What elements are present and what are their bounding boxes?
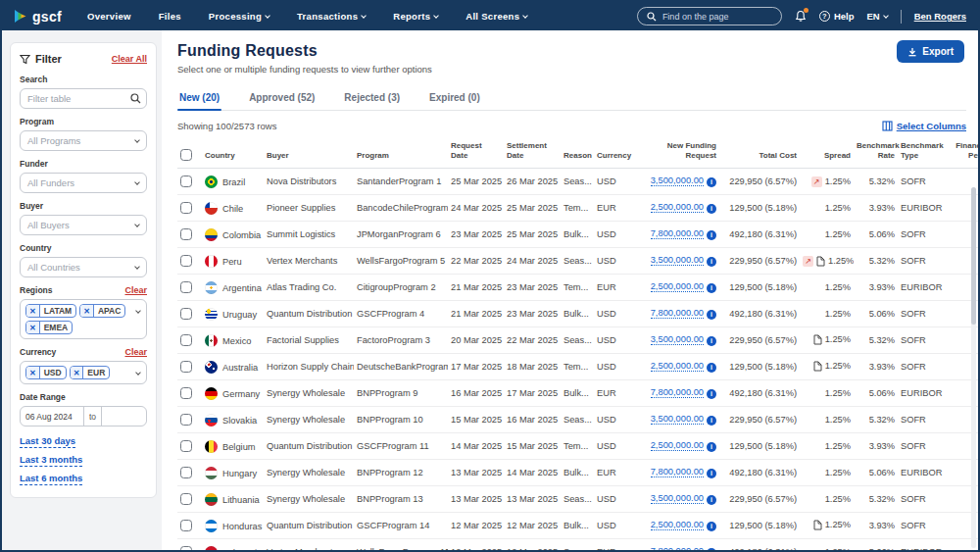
filter-select-program[interactable]: All Programs	[20, 130, 147, 151]
chip-remove-button[interactable]: ✕	[26, 367, 40, 378]
new-funding-request-link[interactable]: 2,500,000.00	[651, 202, 704, 213]
table-row[interactable]: Indonesia Vertex Merchants WellsFargoPro…	[177, 539, 978, 551]
info-icon[interactable]: i	[707, 469, 716, 478]
info-icon[interactable]: i	[707, 257, 716, 267]
table-row[interactable]: Mexico Factorial Supplies FactoroProgram…	[177, 327, 978, 354]
row-checkbox[interactable]	[180, 255, 192, 267]
export-button[interactable]: Export	[897, 40, 964, 63]
select-all-checkbox[interactable]	[180, 149, 192, 161]
new-funding-request-link[interactable]: 2,500,000.00	[651, 520, 704, 530]
quick-date-link[interactable]: Last 30 days	[20, 435, 75, 448]
nav-item-transactions[interactable]: Transactions	[297, 11, 366, 22]
chip-remove-button[interactable]: ✕	[80, 305, 94, 317]
tab-expired[interactable]: Expired (0)	[427, 88, 482, 110]
info-icon[interactable]: i	[707, 548, 716, 550]
new-funding-request-link[interactable]: 7,800,000.00	[651, 467, 704, 477]
table-row[interactable]: Uruguay Quantum Distribution GSCFProgram…	[177, 301, 978, 327]
date-from-input[interactable]	[21, 412, 83, 422]
new-funding-request-link[interactable]: 7,800,000.00	[651, 546, 704, 550]
new-funding-request-link[interactable]: 7,800,000.00	[651, 387, 704, 398]
table-row[interactable]: Brazil Nova Distributors SantanderProgra…	[177, 169, 978, 195]
row-checkbox[interactable]	[180, 546, 192, 550]
scrollbar[interactable]	[971, 187, 976, 548]
info-icon[interactable]: i	[707, 310, 716, 320]
new-funding-request-link[interactable]: 3,500,000.00	[651, 255, 704, 266]
table-row[interactable]: Lithuania Synergy Wholesale BNPProgram 1…	[177, 486, 978, 513]
regions-clear-link[interactable]: Clear	[124, 285, 147, 295]
filter-select-funder[interactable]: All Funders	[20, 173, 147, 193]
new-funding-request-link[interactable]: 3,500,000.00	[651, 334, 704, 345]
row-checkbox[interactable]	[180, 361, 192, 373]
row-checkbox[interactable]	[180, 520, 192, 531]
row-checkbox[interactable]	[180, 308, 192, 320]
table-row[interactable]: Germany Synergy Wholesale BNPProgram 9 1…	[177, 380, 978, 407]
new-funding-request-link[interactable]: 7,800,000.00	[651, 308, 704, 319]
page-search-input[interactable]: Find on the page	[637, 7, 782, 25]
nav-item-all-screens[interactable]: All Screens	[466, 11, 527, 22]
language-selector[interactable]: EN	[866, 11, 887, 22]
new-funding-request-link[interactable]: 3,500,000.00	[651, 493, 704, 504]
filter-search-input[interactable]	[20, 88, 147, 109]
info-icon[interactable]: i	[707, 522, 716, 531]
date-to-input[interactable]	[102, 412, 146, 422]
tab-rejected[interactable]: Rejected (3)	[342, 88, 402, 110]
info-icon[interactable]: i	[707, 389, 716, 399]
tab-new[interactable]: New (20)	[177, 88, 221, 110]
table-row[interactable]: Honduras Quantum Distribution GSCFProgra…	[177, 513, 978, 539]
table-row[interactable]: Slovakia Synergy Wholesale BNPProgram 10…	[177, 407, 978, 433]
tab-approved[interactable]: Approved (52)	[247, 88, 317, 110]
nav-item-overview[interactable]: Overview	[87, 11, 131, 22]
info-icon[interactable]: i	[707, 442, 716, 452]
info-icon[interactable]: i	[707, 336, 716, 346]
new-funding-request-link[interactable]: 2,500,000.00	[651, 440, 704, 451]
nav-item-processing[interactable]: Processing	[209, 11, 270, 22]
new-funding-request-link[interactable]: 3,500,000.00	[651, 176, 704, 186]
table-row[interactable]: Australia Horizon Supply Chain DeutscheB…	[177, 354, 978, 380]
info-icon[interactable]: i	[707, 283, 716, 293]
row-checkbox[interactable]	[180, 414, 192, 426]
gscf-logo[interactable]: gscf	[14, 9, 62, 25]
new-funding-request-link[interactable]: 3,500,000.00	[651, 414, 704, 425]
select-columns-button[interactable]: Select Columns	[882, 121, 966, 131]
currency-multiselect[interactable]: ✕ USD ✕ EUR	[20, 361, 147, 384]
row-checkbox[interactable]	[180, 228, 192, 240]
quick-date-link[interactable]: Last 3 months	[20, 454, 82, 467]
table-row[interactable]: Belgium Quantum Distribution GSCFProgram…	[177, 433, 978, 460]
info-icon[interactable]: i	[707, 204, 716, 214]
nav-item-reports[interactable]: Reports	[393, 11, 438, 22]
notifications-button[interactable]	[795, 10, 807, 23]
new-funding-request-link[interactable]: 2,500,000.00	[651, 281, 704, 292]
info-icon[interactable]: i	[707, 416, 716, 426]
new-funding-request-link[interactable]: 7,800,000.00	[651, 228, 704, 239]
row-checkbox[interactable]	[180, 440, 192, 452]
chip-remove-button[interactable]: ✕	[71, 367, 84, 378]
nav-item-files[interactable]: Files	[159, 11, 181, 22]
help-button[interactable]: ? Help	[819, 11, 855, 22]
row-checkbox[interactable]	[180, 281, 192, 293]
info-icon[interactable]: i	[707, 177, 716, 187]
row-checkbox[interactable]	[180, 493, 192, 505]
info-icon[interactable]: i	[707, 363, 716, 373]
chip-remove-button[interactable]: ✕	[26, 305, 40, 317]
scrollbar-thumb[interactable]	[971, 187, 976, 325]
chip-remove-button[interactable]: ✕	[26, 322, 40, 333]
table-row[interactable]: Chile Pioneer Supplies BancodeChileProgr…	[177, 195, 978, 222]
filter-select-country[interactable]: All Countries	[20, 257, 147, 277]
user-menu[interactable]: Ben Rogers	[914, 11, 966, 22]
row-checkbox[interactable]	[180, 202, 192, 214]
info-icon[interactable]: i	[707, 230, 716, 240]
table-row[interactable]: Argentina Atlas Trading Co. CitigroupPro…	[177, 275, 978, 301]
row-checkbox[interactable]	[180, 467, 192, 478]
table-row[interactable]: Hungary Synergy Wholesale BNPProgram 12 …	[177, 460, 978, 486]
table-row[interactable]: Colombia Summit Logistics JPMorganProgra…	[177, 222, 978, 248]
regions-multiselect[interactable]: ✕ LATAM ✕ APAC ✕ EMEA	[20, 299, 147, 339]
info-icon[interactable]: i	[707, 495, 716, 505]
new-funding-request-link[interactable]: 2,500,000.00	[651, 361, 704, 372]
row-checkbox[interactable]	[180, 176, 192, 187]
row-checkbox[interactable]	[180, 387, 192, 399]
table-row[interactable]: Peru Vertex Merchants WellsFargoProgram …	[177, 248, 978, 275]
row-checkbox[interactable]	[180, 334, 192, 346]
clear-all-link[interactable]: Clear All	[112, 54, 147, 64]
currency-clear-link[interactable]: Clear	[124, 347, 147, 357]
quick-date-link[interactable]: Last 6 months	[20, 473, 82, 485]
